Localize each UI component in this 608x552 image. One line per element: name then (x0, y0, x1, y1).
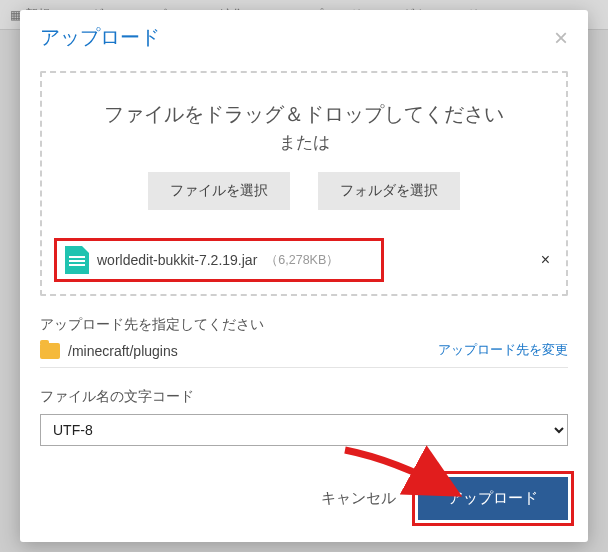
select-folder-button[interactable]: フォルダを選択 (318, 172, 460, 210)
encoding-label: ファイル名の文字コード (40, 388, 568, 406)
folder-icon (40, 343, 60, 359)
modal-header: アップロード × (20, 10, 588, 61)
modal-body: ファイルをドラッグ＆ドロップしてください または ファイルを選択 フォルダを選択… (20, 61, 588, 457)
modal-footer: キャンセル アップロード (20, 457, 588, 542)
cancel-button[interactable]: キャンセル (321, 489, 396, 508)
modal-title: アップロード (40, 24, 160, 51)
encoding-select[interactable]: UTF-8 (40, 414, 568, 446)
file-size: （6,278KB） (265, 252, 339, 269)
remove-file-icon[interactable]: × (537, 251, 554, 269)
destination-row: /minecraft/plugins アップロード先を変更 (40, 342, 568, 368)
queued-file-row: worldedit-bukkit-7.2.19.jar （6,278KB） (54, 238, 384, 282)
file-icon (65, 246, 89, 274)
dropzone[interactable]: ファイルをドラッグ＆ドロップしてください または ファイルを選択 フォルダを選択… (40, 71, 568, 296)
file-name: worldedit-bukkit-7.2.19.jar (97, 252, 257, 268)
destination-label: アップロード先を指定してください (40, 316, 568, 334)
destination-path: /minecraft/plugins (68, 343, 178, 359)
drop-or-text: または (54, 131, 554, 154)
drop-heading: ファイルをドラッグ＆ドロップしてください (54, 99, 554, 129)
change-destination-link[interactable]: アップロード先を変更 (438, 342, 568, 359)
upload-modal: アップロード × ファイルをドラッグ＆ドロップしてください または ファイルを選… (20, 10, 588, 542)
upload-button[interactable]: アップロード (418, 477, 568, 520)
close-icon[interactable]: × (554, 26, 568, 50)
select-file-button[interactable]: ファイルを選択 (148, 172, 290, 210)
